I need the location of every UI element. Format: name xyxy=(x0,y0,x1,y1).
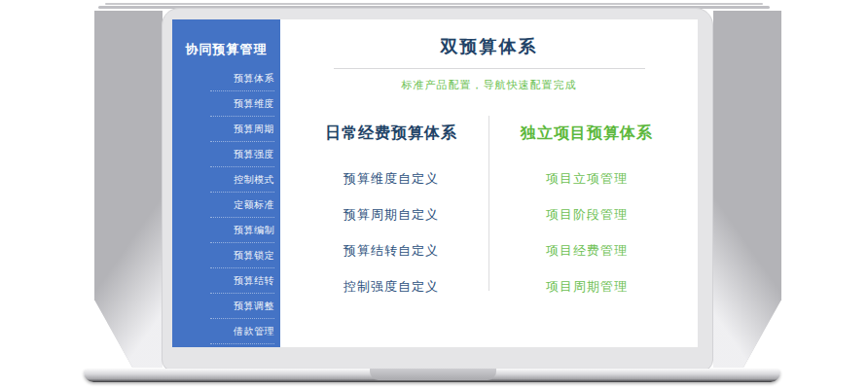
sidebar-item-control-mode[interactable]: 控制模式 xyxy=(210,167,274,193)
laptop-side-left xyxy=(94,11,163,368)
page-title: 双预算体系 xyxy=(280,35,698,58)
main-content: 双预算体系 标准产品配置，导航快速配置完成 日常经费预算体系 预算维度自定义 预… xyxy=(280,19,698,347)
sidebar-item-dynamic-budget[interactable]: 动态预算 xyxy=(210,344,274,347)
sidebar-item-budget-adjust[interactable]: 预算调整 xyxy=(210,294,274,319)
page: 协同预算管理 预算体系 预算维度 预算周期 预算强度 控制模式 定额标准 预算编… xyxy=(0,0,868,389)
sidebar-item-budget-lock[interactable]: 预算锁定 xyxy=(210,243,274,268)
column-daily-expense: 日常经费预算体系 预算维度自定义 预算周期自定义 预算结转自定义 控制强度自定义 xyxy=(306,124,477,304)
column-daily-expense-header: 日常经费预算体系 xyxy=(306,124,477,144)
title-divider xyxy=(334,68,645,69)
feature-budget-dimension-custom: 预算维度自定义 xyxy=(306,160,477,196)
feature-control-strength-custom: 控制强度自定义 xyxy=(306,268,477,304)
sidebar-item-budget-compile[interactable]: 预算编制 xyxy=(210,218,274,243)
sidebar-item-budget-dimension[interactable]: 预算维度 xyxy=(210,91,274,117)
column-divider xyxy=(488,116,489,291)
dual-budget-columns: 日常经费预算体系 预算维度自定义 预算周期自定义 预算结转自定义 控制强度自定义… xyxy=(280,124,698,304)
sidebar-item-budget-system[interactable]: 预算体系 xyxy=(210,66,274,91)
feature-project-expense: 项目经费管理 xyxy=(501,232,672,268)
sidebar-item-quota-standard[interactable]: 定额标准 xyxy=(210,193,274,218)
sidebar-title: 协同预算管理 xyxy=(172,41,280,58)
feature-budget-carryover-custom: 预算结转自定义 xyxy=(306,232,477,268)
app-screen: 协同预算管理 预算体系 预算维度 预算周期 预算强度 控制模式 定额标准 预算编… xyxy=(172,19,698,347)
feature-project-phase: 项目阶段管理 xyxy=(501,196,672,232)
sidebar-item-loan-manage[interactable]: 借款管理 xyxy=(210,319,274,344)
column-independent-project-list: 项目立项管理 项目阶段管理 项目经费管理 项目周期管理 xyxy=(501,160,672,304)
laptop-stack-edge-top xyxy=(105,3,763,5)
feature-project-cycle: 项目周期管理 xyxy=(501,268,672,304)
column-independent-project-header: 独立项目预算体系 xyxy=(501,124,672,144)
sidebar-item-budget-strength[interactable]: 预算强度 xyxy=(210,142,274,167)
sidebar-menu: 预算体系 预算维度 预算周期 预算强度 控制模式 定额标准 预算编制 预算锁定 … xyxy=(172,66,280,347)
feature-budget-cycle-custom: 预算周期自定义 xyxy=(306,196,477,232)
laptop-side-right xyxy=(713,11,781,368)
page-subtitle: 标准产品配置，导航快速配置完成 xyxy=(280,78,698,92)
laptop-base-notch xyxy=(370,369,496,380)
column-daily-expense-list: 预算维度自定义 预算周期自定义 预算结转自定义 控制强度自定义 xyxy=(306,160,477,304)
sidebar-item-budget-carryover[interactable]: 预算结转 xyxy=(210,268,274,294)
sidebar-item-budget-cycle[interactable]: 预算周期 xyxy=(210,117,274,142)
sidebar: 协同预算管理 预算体系 预算维度 预算周期 预算强度 控制模式 定额标准 预算编… xyxy=(172,19,280,347)
feature-project-initiation: 项目立项管理 xyxy=(501,160,672,196)
column-independent-project: 独立项目预算体系 项目立项管理 项目阶段管理 项目经费管理 项目周期管理 xyxy=(501,124,672,304)
